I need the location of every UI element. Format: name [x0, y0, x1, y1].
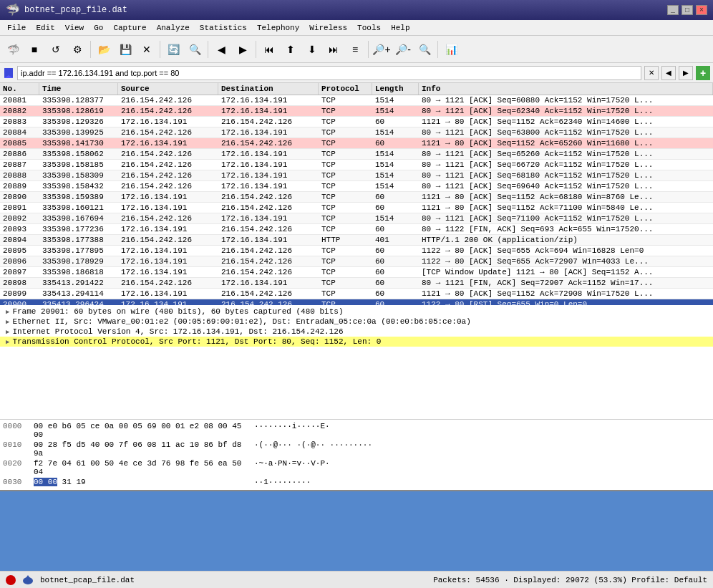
cell-2: 172.16.134.191	[118, 246, 218, 256]
table-row[interactable]: 20891335398.160121172.16.134.191216.154.…	[0, 203, 713, 213]
cell-5: 401	[372, 235, 419, 245]
detail-label: Ethernet II, Src: VMware_00:01:e2 (00:05…	[12, 317, 470, 326]
table-row[interactable]: 20890335398.159389172.16.134.191216.154.…	[0, 192, 713, 203]
cell-5: 60	[372, 246, 419, 256]
table-row[interactable]: 20895335398.177895172.16.134.191216.154.…	[0, 246, 713, 256]
cell-3: 216.154.242.126	[218, 246, 319, 256]
detail-row[interactable]: ▶Frame 20901: 60 bytes on wire (480 bits…	[0, 307, 713, 317]
back-button[interactable]: ◀	[211, 39, 231, 59]
table-row[interactable]: 20896335398.178929172.16.134.191216.154.…	[0, 256, 713, 267]
table-row[interactable]: 20894335398.177388216.154.242.126172.16.…	[0, 235, 713, 246]
menu-statistics[interactable]: Statistics	[195, 22, 251, 34]
cell-0: 20883	[0, 117, 39, 127]
menu-analyze[interactable]: Analyze	[152, 22, 194, 34]
maximize-button[interactable]: □	[682, 5, 693, 15]
table-row[interactable]: 20898335413.291422216.154.242.126172.16.…	[0, 278, 713, 289]
cell-0: 20889	[0, 181, 39, 191]
close-file-button[interactable]: ✕	[137, 39, 157, 59]
menu-wireless[interactable]: Wireless	[305, 22, 351, 34]
menu-view[interactable]: View	[61, 22, 88, 34]
cell-2: 216.154.242.126	[118, 149, 218, 159]
cell-1: 335398.141730	[39, 138, 118, 148]
jump-first-button[interactable]: ⏮	[259, 39, 279, 59]
cell-6: 80 → 1121 [ACK] Seq=66720 Ack=1152 Win=1…	[419, 160, 713, 170]
shark-fin-button[interactable]: 🦈	[3, 39, 23, 59]
cell-3: 172.16.134.191	[218, 278, 319, 288]
packet-list[interactable]: No. Time Source Destination Protocol Len…	[0, 83, 713, 305]
cell-2: 216.154.242.126	[118, 235, 218, 245]
table-row[interactable]: 20899335413.294114172.16.134.191216.154.…	[0, 289, 713, 299]
cell-4: TCP	[319, 160, 372, 170]
main-window: 🦈 botnet_pcap_file.dat _ □ × File Edit V…	[0, 0, 713, 588]
cell-2: 216.154.242.126	[118, 213, 218, 223]
cell-0: 20886	[0, 149, 39, 159]
jump-last-button[interactable]: ⏭	[324, 39, 344, 59]
menu-help[interactable]: Help	[387, 22, 414, 34]
table-row[interactable]: 20897335398.186818172.16.134.191216.154.…	[0, 267, 713, 278]
cell-4: TCP	[319, 289, 372, 299]
menu-capture[interactable]: Capture	[109, 22, 150, 34]
table-row[interactable]: 20884335398.139925216.154.242.126172.16.…	[0, 127, 713, 138]
save-button[interactable]: 💾	[115, 39, 135, 59]
cell-6: 80 → 1121 [ACK] Seq=60880 Ack=1152 Win=1…	[419, 95, 713, 105]
table-row[interactable]: 20882335398.128619216.154.242.126172.16.…	[0, 106, 713, 117]
resize-columns-button[interactable]: 📊	[441, 39, 461, 59]
detail-row[interactable]: ▶Transmission Control Protocol, Src Port…	[0, 337, 713, 347]
expand-icon[interactable]: ▶	[6, 328, 9, 336]
find-button[interactable]: 🔍	[185, 39, 205, 59]
filter-clear-button[interactable]: ✕	[644, 66, 659, 80]
table-row[interactable]: 20885335398.141730172.16.134.191216.154.…	[0, 138, 713, 149]
cell-6: 1122 → 80 [RST] Seq=655 Win=0 Len=0	[419, 299, 713, 305]
recording-indicator	[6, 575, 16, 585]
menu-tools[interactable]: Tools	[353, 22, 385, 34]
menu-edit[interactable]: Edit	[31, 22, 59, 34]
jump-prev-button[interactable]: ⬆	[281, 39, 301, 59]
filter-arrow-right-button[interactable]: ▶	[679, 66, 693, 80]
filter-add-button[interactable]: +	[696, 66, 710, 80]
table-row[interactable]: 20881335398.128377216.154.242.126172.16.…	[0, 95, 713, 106]
cell-0: 20895	[0, 246, 39, 256]
detail-row[interactable]: ▶Ethernet II, Src: VMware_00:01:e2 (00:0…	[0, 317, 713, 327]
table-row[interactable]: 20883335398.129326172.16.134.191216.154.…	[0, 117, 713, 127]
header-protocol: Protocol	[319, 83, 372, 95]
menu-telephony[interactable]: Telephony	[253, 22, 304, 34]
restart-button[interactable]: ↺	[46, 39, 66, 59]
cell-1: 335413.291422	[39, 278, 118, 288]
filter-input[interactable]	[17, 66, 641, 80]
menu-go[interactable]: Go	[89, 22, 107, 34]
open-button[interactable]: 📂	[94, 39, 114, 59]
table-row[interactable]: 20887335398.158185216.154.242.126172.16.…	[0, 160, 713, 170]
filter-arrow-button[interactable]: ◀	[661, 66, 676, 80]
expand-icon[interactable]: ▶	[6, 318, 9, 326]
stop-button[interactable]: ■	[24, 39, 44, 59]
table-row[interactable]: 20893335398.177236172.16.134.191216.154.…	[0, 224, 713, 235]
expand-icon[interactable]: ▶	[6, 308, 9, 316]
cell-6: 80 → 1121 [ACK] Seq=69640 Ack=1152 Win=1…	[419, 181, 713, 191]
table-row[interactable]: 20900335413.296424172.16.134.191216.154.…	[0, 299, 713, 305]
header-destination: Destination	[218, 83, 319, 95]
header-source: Source	[118, 83, 218, 95]
jump-next-button[interactable]: ⬇	[302, 39, 322, 59]
cell-1: 335413.294114	[39, 289, 118, 299]
table-row[interactable]: 20886335398.158062216.154.242.126172.16.…	[0, 149, 713, 160]
cell-3: 216.154.242.126	[218, 267, 319, 277]
table-row[interactable]: 20892335398.167694216.154.242.126172.16.…	[0, 213, 713, 224]
zoom-in-button[interactable]: 🔎+	[372, 39, 392, 59]
forward-button[interactable]: ▶	[233, 39, 253, 59]
cell-3: 216.154.242.126	[218, 117, 319, 127]
options-button[interactable]: ⚙	[67, 39, 87, 59]
table-row[interactable]: 20889335398.158432216.154.242.126172.16.…	[0, 181, 713, 192]
cell-6: 80 → 1122 [FIN, ACK] Seq=693 Ack=655 Win…	[419, 224, 713, 234]
menu-file[interactable]: File	[3, 22, 30, 34]
zoom-reset-button[interactable]: 🔍	[414, 39, 435, 59]
colorize-button[interactable]: ≡	[345, 39, 365, 59]
detail-row[interactable]: ▶Internet Protocol Version 4, Src: 172.1…	[0, 327, 713, 337]
zoom-out-button[interactable]: 🔎-	[393, 39, 413, 59]
cell-4: TCP	[319, 170, 372, 180]
close-button[interactable]: ×	[696, 5, 707, 15]
reload-button[interactable]: 🔄	[163, 39, 183, 59]
table-row[interactable]: 20888335398.158309216.154.242.126172.16.…	[0, 170, 713, 181]
cell-4: TCP	[319, 127, 372, 138]
minimize-button[interactable]: _	[667, 5, 679, 15]
expand-icon[interactable]: ▶	[6, 338, 9, 346]
